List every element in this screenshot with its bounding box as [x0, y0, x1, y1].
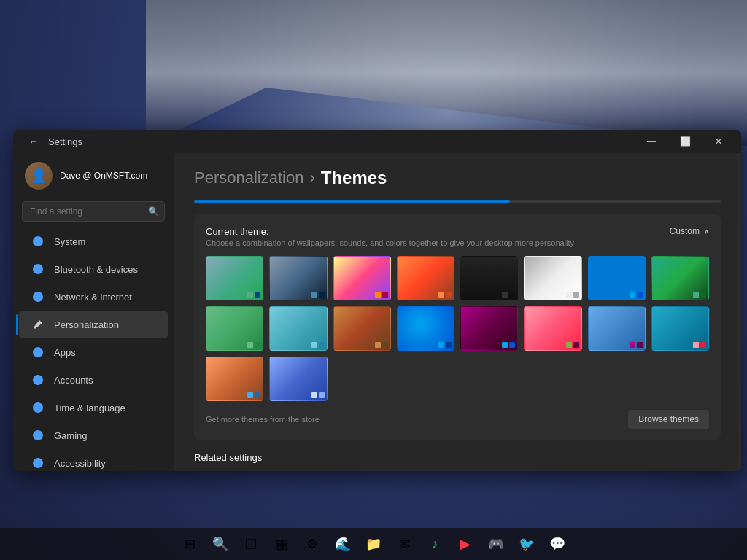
theme-header: Current theme: Choose a combination of w… [206, 226, 709, 247]
theme-item-17[interactable] [269, 357, 327, 401]
sidebar-item-bluetooth[interactable]: Bluetooth & devices [19, 256, 168, 282]
theme-card: Current theme: Choose a combination of w… [194, 214, 721, 440]
accounts-icon [31, 373, 45, 387]
sidebar-item-apps[interactable]: Apps [19, 339, 168, 365]
current-theme-dropdown[interactable]: Custom ∧ [670, 226, 709, 236]
search-box: 🔍 [22, 201, 165, 222]
theme-item-14[interactable] [588, 306, 646, 351]
scroll-progress [194, 200, 510, 203]
taskbar: ⊞ 🔍 ❑ ▦ ⚙ 🌊 📁 ✉ ♪ ▶ 🎮 🐦 💬 [0, 528, 747, 560]
store-link[interactable]: Get more themes from the store [206, 415, 320, 424]
theme-header-info: Current theme: Choose a combination of w… [206, 226, 574, 247]
theme-item-15[interactable] [651, 306, 709, 351]
related-settings: Related settings [194, 452, 721, 463]
theme-item-10[interactable] [333, 306, 391, 351]
personalization-icon [31, 317, 45, 332]
window-title: Settings [48, 136, 82, 147]
start-button[interactable]: ⊞ [177, 531, 203, 557]
sidebar-item-label: Network & internet [54, 292, 132, 303]
widgets-button[interactable]: ▦ [268, 531, 295, 557]
xbox-icon[interactable]: 🎮 [483, 531, 509, 557]
apps-icon [31, 345, 45, 359]
scroll-indicator [194, 200, 721, 203]
theme-item-6[interactable] [588, 256, 646, 300]
content-area: 👤 Dave @ OnMSFT.com 🔍 System Bluetooth &… [13, 153, 741, 471]
sidebar-item-personalization[interactable]: Personalization [19, 311, 168, 338]
theme-item-1[interactable] [269, 256, 327, 300]
sidebar-item-label: Bluetooth & devices [54, 264, 138, 275]
maximize-button[interactable]: ⬜ [668, 130, 702, 153]
search-icon: 🔍 [148, 206, 159, 217]
time-icon [31, 400, 45, 415]
system-icon [31, 234, 45, 249]
theme-item-13[interactable] [524, 306, 581, 351]
sidebar-item-label: Accounts [54, 375, 93, 386]
theme-item-9[interactable] [269, 306, 327, 351]
network-icon [31, 289, 45, 304]
breadcrumb-current: Themes [321, 168, 387, 188]
themes-footer: Get more themes from the store Browse th… [206, 410, 709, 429]
avatar: 👤 [25, 162, 53, 190]
main-panel: Personalization › Themes Current theme: … [174, 153, 741, 471]
sidebar-item-label: System [54, 236, 85, 247]
twitter-icon[interactable]: 🐦 [514, 531, 540, 557]
task-view-button[interactable]: ❑ [238, 531, 264, 557]
mail-icon[interactable]: ✉ [391, 531, 417, 557]
browse-themes-button[interactable]: Browse themes [628, 410, 709, 429]
themes-grid [206, 256, 709, 401]
settings-window: ← Settings — ⬜ ✕ 👤 Dave @ OnMSFT.com 🔍 [13, 130, 741, 471]
sidebar-item-accessibility[interactable]: Accessibility [19, 450, 168, 471]
theme-subtitle: Choose a combination of wallpapers, soun… [206, 238, 574, 247]
teams-icon[interactable]: 💬 [544, 531, 570, 557]
sidebar-item-label: Accessibility [54, 458, 106, 469]
theme-title: Current theme: [206, 226, 574, 237]
file-explorer-icon[interactable]: 📁 [360, 531, 387, 557]
accessibility-icon [31, 456, 45, 470]
sidebar-item-label: Gaming [54, 430, 88, 441]
title-bar-left: ← Settings [25, 133, 82, 150]
theme-item-4[interactable] [460, 256, 518, 300]
sidebar-item-gaming[interactable]: Gaming [19, 422, 168, 448]
play-icon[interactable]: ▶ [452, 531, 479, 557]
search-taskbar-button[interactable]: 🔍 [207, 531, 233, 557]
sidebar: 👤 Dave @ OnMSFT.com 🔍 System Bluetooth &… [13, 153, 174, 471]
current-theme-label: Custom [670, 226, 700, 236]
user-name: Dave @ OnMSFT.com [60, 171, 147, 181]
edge-browser-icon[interactable]: 🌊 [330, 531, 356, 557]
theme-item-2[interactable] [333, 256, 391, 300]
window-controls: — ⬜ ✕ [635, 130, 735, 153]
close-button[interactable]: ✕ [702, 130, 735, 153]
sidebar-item-label: Apps [54, 347, 76, 358]
gaming-icon [31, 428, 45, 443]
theme-item-3[interactable] [397, 256, 454, 300]
sidebar-item-label: Personalization [54, 319, 119, 330]
sidebar-item-time[interactable]: Time & language [19, 394, 168, 421]
theme-item-0[interactable] [206, 256, 263, 300]
breadcrumb: Personalization › Themes [194, 168, 721, 188]
settings-taskbar-icon[interactable]: ⚙ [299, 531, 325, 557]
chevron-up-icon: ∧ [704, 228, 709, 236]
theme-item-5[interactable] [524, 256, 581, 300]
spotify-icon[interactable]: ♪ [422, 531, 448, 557]
breadcrumb-separator: › [309, 168, 314, 187]
user-profile[interactable]: 👤 Dave @ OnMSFT.com [13, 153, 174, 198]
sidebar-item-accounts[interactable]: Accounts [19, 367, 168, 393]
theme-item-16[interactable] [206, 357, 263, 401]
bluetooth-icon [31, 262, 45, 276]
search-input[interactable] [22, 201, 165, 222]
wallpaper-bird [146, 0, 747, 146]
sidebar-item-network[interactable]: Network & internet [19, 284, 168, 310]
theme-item-11[interactable] [397, 306, 454, 351]
theme-item-8[interactable] [206, 306, 263, 351]
minimize-button[interactable]: — [635, 130, 668, 153]
back-button[interactable]: ← [25, 133, 42, 150]
breadcrumb-parent[interactable]: Personalization [194, 168, 303, 187]
title-bar: ← Settings — ⬜ ✕ [13, 130, 741, 153]
sidebar-item-system[interactable]: System [19, 228, 168, 254]
theme-item-7[interactable] [651, 256, 709, 300]
sidebar-item-label: Time & language [54, 402, 125, 413]
theme-item-12[interactable] [460, 306, 518, 351]
